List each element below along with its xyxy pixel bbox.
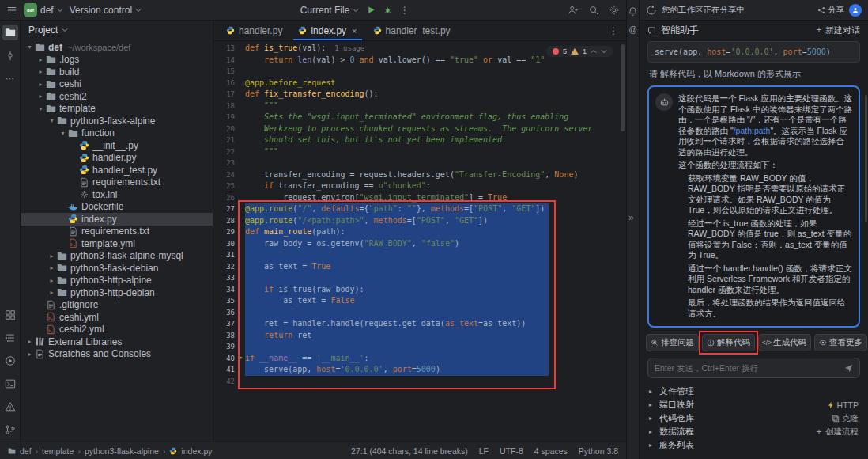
tree-item[interactable]: ▸ceshi2 (21, 90, 213, 103)
code-line[interactable]: 41 serve(app, host='0.0.0.0', port=5000) (213, 364, 626, 376)
code-line-text[interactable]: should set this, but it's not yet been i… (245, 135, 507, 146)
tree-item[interactable]: handler_test.py (21, 164, 213, 176)
chevron-down-icon[interactable]: ▾ (47, 117, 56, 124)
code-line[interactable]: 27@app.route("/", defaults={"path": ""},… (213, 203, 626, 215)
section-services[interactable]: ▸服务列表 (640, 438, 868, 452)
main-menu-icon[interactable] (6, 5, 17, 16)
breadcrumb[interactable]: python3-flask-alpine (85, 446, 159, 456)
section-accessory[interactable]: +创建流程 (815, 427, 859, 438)
tree-item[interactable]: ▾def~/workspace/def (21, 41, 213, 54)
code-line-text[interactable]: Werkzeug to process chunked requests as … (245, 123, 593, 135)
code-line[interactable]: 17def fix_transfer_encoding(): (213, 89, 626, 101)
tab-handler-test-py[interactable]: handler_test.py (365, 21, 459, 40)
code-line[interactable]: 38 return ret (213, 330, 626, 342)
tree-item[interactable]: Dockerfile (21, 201, 213, 214)
chevron-down-icon[interactable]: ▾ (36, 105, 45, 112)
tree-item[interactable]: ceshi2.yml (21, 324, 213, 336)
editor-scrollbar[interactable] (621, 44, 625, 131)
code-line[interactable]: 31 (213, 249, 626, 261)
code-line-text[interactable]: """ (245, 146, 278, 158)
run-configuration-selector[interactable]: Current File (300, 5, 360, 16)
debug-button[interactable] (383, 6, 392, 14)
search-icon[interactable] (588, 5, 599, 16)
code-line-text[interactable]: return ret (245, 330, 549, 342)
code-line-text[interactable]: def main_route(path): (245, 226, 549, 238)
chevron-right-icon[interactable]: ▸ (36, 68, 45, 75)
chevron-down-icon[interactable]: ▾ (25, 44, 34, 51)
user-avatar[interactable] (849, 4, 862, 17)
services-tool-button[interactable] (2, 307, 18, 323)
python-interpreter[interactable]: Python 3.8 (579, 446, 618, 456)
chevron-right-icon[interactable]: ▸ (36, 56, 45, 63)
tree-item[interactable]: index.py (21, 213, 213, 226)
chevron-right-icon[interactable]: ▸ (47, 252, 56, 260)
code-line-text[interactable]: request.environ["wsgi.input_terminated"]… (245, 192, 507, 204)
tree-item[interactable]: template.yml (21, 237, 213, 250)
previous-problem-icon[interactable] (591, 48, 597, 55)
code-line[interactable]: 40▶if __name__ == '__main__': (213, 353, 626, 365)
code-line[interactable]: 22 """ (213, 146, 626, 158)
project-tool-button[interactable] (2, 25, 18, 40)
tree-item[interactable]: ▸Scratches and Consoles (21, 348, 213, 361)
next-problem-icon[interactable] (601, 48, 607, 55)
section-ports[interactable]: ▸端口映射HTTP (640, 398, 868, 412)
code-line-text[interactable]: def is_true(val): 1 usage (245, 43, 364, 55)
code-line[interactable]: 35 as_text = False (213, 295, 626, 307)
tree-item[interactable]: ▾template (21, 103, 213, 116)
explain-code-button[interactable]: 解释代码 (702, 334, 755, 351)
chevron-right-icon[interactable]: ▸ (47, 264, 56, 271)
code-line-text[interactable]: if __name__ == '__main__': (245, 353, 549, 365)
section-repo[interactable]: ▸代码仓库克隆 (640, 412, 868, 425)
tree-item[interactable]: ▸python3-http-debian (21, 286, 213, 299)
code-line-text[interactable]: as_text = True (245, 261, 549, 273)
code-editor[interactable]: 13def is_true(val): 1 usage14 return len… (213, 41, 626, 442)
run-line-icon[interactable]: ▶ (240, 355, 243, 361)
tree-item[interactable]: ▸.logs (21, 54, 213, 66)
section-accessory[interactable]: HTTP (827, 400, 859, 410)
code-line[interactable]: 30 raw_body = os.getenv("RAW_BODY", "fal… (213, 238, 626, 250)
code-line[interactable]: 16@app.before_request (213, 78, 626, 89)
code-line[interactable]: 42 (213, 376, 626, 388)
git-tool-button[interactable] (2, 422, 18, 438)
inspections-widget[interactable]: 5 1 (546, 46, 613, 57)
collapse-panel-icon[interactable]: » (628, 212, 634, 223)
chevron-right-icon[interactable]: ▸ (47, 289, 56, 296)
chevron-down-icon[interactable]: ▾ (58, 130, 67, 137)
new-chat-button[interactable]: + 新建对话 (815, 25, 860, 36)
code-line[interactable]: 37 ret = handler.handle(request.get_data… (213, 318, 626, 330)
code-line-text[interactable]: @app.before_request (245, 78, 335, 89)
tree-item[interactable]: __init__.py (21, 139, 213, 152)
code-line[interactable]: 29def main_route(path): (213, 226, 626, 238)
tree-item[interactable]: ▸python3-flask-debian (21, 262, 213, 275)
tree-item[interactable]: handler.py (21, 152, 213, 165)
tree-item[interactable]: ▸build (21, 66, 213, 78)
code-line-text[interactable]: if transfer_encoding == u"chunked": (245, 180, 431, 192)
code-line-text[interactable]: raw_body = os.getenv("RAW_BODY", "false"… (245, 238, 549, 250)
code-line-text[interactable]: return len(val) > 0 and val.lower() == "… (245, 55, 545, 66)
code-line[interactable]: 34 if is_true(raw_body): (213, 284, 626, 296)
send-icon[interactable] (844, 364, 853, 373)
terminal-tool-button[interactable] (2, 376, 18, 392)
chevron-right-icon[interactable]: ▸ (36, 81, 45, 88)
tree-item[interactable]: ▸python3-flask-alpine-mysql (21, 250, 213, 263)
tree-item[interactable]: requirements.txt (21, 226, 213, 238)
line-separator[interactable]: LF (479, 446, 489, 456)
caret-position[interactable]: 27:1 (404 chars, 14 line breaks) (351, 446, 468, 456)
settings-gear-icon[interactable] (609, 5, 620, 16)
tree-item[interactable]: ▾function (21, 127, 213, 140)
code-line[interactable]: 36 (213, 307, 626, 319)
code-line-text[interactable]: Sets the "wsgi.input_terminated" environ… (245, 112, 568, 123)
chevron-right-icon[interactable]: ▸ (47, 277, 56, 284)
tree-item[interactable]: ceshi.yml (21, 311, 213, 324)
code-line-text[interactable]: ret = handler.handle(request.get_data(as… (245, 318, 549, 330)
notifications-bell-icon[interactable] (628, 6, 638, 17)
code-line-text[interactable] (245, 272, 549, 284)
code-line[interactable]: 39 (213, 341, 626, 353)
project-panel-header[interactable]: Project (21, 21, 213, 40)
code-line[interactable]: 33 (213, 272, 626, 284)
code-line-text[interactable] (245, 341, 549, 353)
response-code-link[interactable]: /path:path (734, 126, 771, 135)
tree-item[interactable]: ▸python3-http-alpine (21, 275, 213, 287)
code-line-text[interactable]: as_text = False (245, 295, 549, 307)
section-files[interactable]: ▸文件管理 (640, 385, 868, 398)
